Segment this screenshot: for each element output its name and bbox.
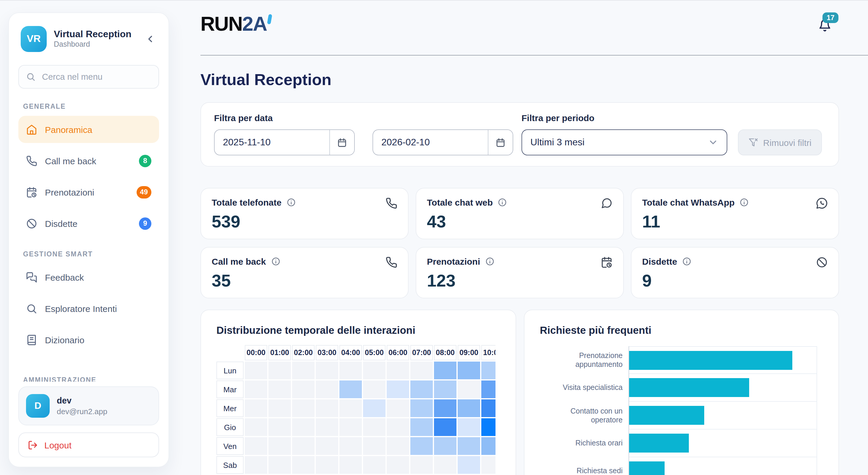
app-avatar: VR [21, 26, 47, 52]
heatmap-day-label: Lun [216, 362, 244, 379]
heatmap-cell [245, 362, 267, 379]
notifications-button[interactable]: 17 [818, 18, 831, 33]
logout-button[interactable]: Logout [18, 433, 159, 457]
heatmap-cell [363, 362, 385, 379]
heatmap-cell [363, 437, 385, 455]
sidebar-search[interactable] [18, 65, 159, 89]
heatmap-cell [316, 437, 338, 455]
remove-filters-button[interactable]: Rimuovi filtri [738, 129, 822, 156]
calendar-icon [337, 137, 347, 147]
sidebar-item-disdette[interactable]: Disdette 9 [18, 210, 159, 237]
whatsapp-icon [816, 197, 828, 209]
charts-row: Distribuzione temporale delle interazion… [200, 310, 839, 475]
date-from-calendar-button[interactable] [329, 130, 354, 155]
user-email: dev@run2.app [57, 407, 107, 416]
heatmap-cell [339, 418, 362, 436]
run2a-logo: RUN2A [200, 13, 271, 34]
sidebar-item-esploratore-intenti[interactable]: Esploratore Intenti [18, 295, 159, 322]
date-from-value[interactable]: 2025-11-10 [215, 137, 329, 148]
logo-text-a: A [253, 13, 267, 34]
phone-icon [26, 155, 37, 166]
heatmap-cell [481, 399, 495, 417]
heatmap-cell [292, 362, 315, 379]
section-label-amministrazione-clipped: AMMINISTRAZIONE [18, 376, 159, 382]
heatmap-cell [481, 456, 495, 474]
info-icon[interactable] [271, 257, 280, 266]
sidebar-item-label: Esploratore Intenti [45, 303, 117, 313]
stat-title: Totale telefonate [212, 197, 281, 207]
search-input[interactable] [41, 71, 151, 82]
stats-grid: Totale telefonate 539 Totale chat web [200, 188, 839, 298]
info-icon[interactable] [486, 257, 494, 266]
sidebar-item-feedback[interactable]: Feedback [18, 264, 159, 291]
filter-card: Filtra per data 2025-11-10 2026-02-10 [200, 102, 839, 167]
date-to-field[interactable]: 2026-02-10 [373, 129, 513, 156]
bar [629, 406, 704, 425]
heatmap-cell [410, 418, 433, 436]
user-name: dev [57, 396, 107, 405]
notification-count-badge: 17 [823, 12, 839, 23]
sidebar-header: VR Virtual Reception Dashboard [18, 26, 159, 52]
heatmap-chart: 00:0001:0002:0003:0004:0005:0006:0007:00… [216, 345, 495, 475]
phone-icon [385, 257, 397, 268]
heatmap-cell [292, 456, 315, 474]
sidebar-item-dizionario[interactable]: Dizionario [18, 326, 159, 353]
logout-icon [28, 440, 38, 450]
sidebar-item-call-me-back[interactable]: Call me back 8 [18, 147, 159, 174]
filter-date-label: Filtra per data [214, 113, 513, 123]
page-content: Virtual Reception Filtra per data 2025-1… [200, 71, 839, 475]
heatmap-cell [387, 456, 409, 474]
date-to-calendar-button[interactable] [488, 130, 513, 155]
period-select[interactable]: Ultimi 3 mesi [522, 129, 727, 156]
date-from-field[interactable]: 2025-11-10 [214, 129, 355, 156]
heatmap-cell [387, 380, 409, 398]
header-divider [200, 55, 868, 56]
search-icon [26, 72, 35, 81]
stat-value: 9 [642, 271, 828, 291]
heatmap-cell [269, 362, 291, 379]
heatmap-cell [458, 456, 480, 474]
heatmap-cell [387, 418, 409, 436]
sidebar-item-panoramica[interactable]: Panoramica [18, 116, 159, 143]
heatmap-cell [269, 380, 291, 398]
date-to-value[interactable]: 2026-02-10 [373, 137, 488, 148]
sidebar-item-prenotazioni[interactable]: Prenotazioni 49 [18, 178, 159, 206]
heatmap-cell [245, 380, 267, 398]
heatmap-cell [339, 399, 362, 417]
heatmap-cell [458, 437, 480, 455]
stat-card-totale-chat-web: Totale chat web 43 [416, 188, 624, 239]
stat-value: 539 [212, 212, 397, 232]
heatmap-cell [339, 362, 362, 379]
bar-row [629, 457, 816, 475]
heatmap-day-label: Gio [216, 418, 244, 436]
info-icon[interactable] [682, 257, 691, 266]
heatmap-cell [316, 399, 338, 417]
stat-card-totale-chat-whatsapp: Totale chat WhatsApp 11 [631, 188, 839, 239]
info-icon[interactable] [498, 198, 507, 207]
bar [629, 434, 689, 452]
heatmap-cell [458, 418, 480, 436]
prenotazioni-badge: 49 [136, 186, 151, 198]
logo-accent-mark [267, 14, 272, 25]
bar-row [629, 374, 816, 402]
filter-period-label: Filtra per periodo [522, 113, 826, 123]
heatmap-corner [216, 345, 244, 361]
heatmap-cell [363, 418, 385, 436]
barchart-title: Richieste più frequenti [540, 324, 823, 337]
heatmap-cell [339, 437, 362, 455]
heatmap-cell [481, 362, 495, 379]
chevron-down-icon [708, 137, 718, 148]
user-avatar: D [26, 394, 50, 418]
info-icon[interactable] [740, 198, 749, 207]
logo-text-run: RUN [200, 13, 242, 34]
heatmap-hour-label: 03:00 [316, 345, 338, 361]
heatmap-cell [410, 456, 433, 474]
info-icon[interactable] [287, 198, 296, 207]
stat-title: Totale chat web [427, 197, 493, 207]
bar-category-label: Prenotazione appuntamento [540, 346, 628, 374]
sidebar-collapse-button[interactable] [144, 33, 157, 45]
user-card[interactable]: D dev dev@run2.app [18, 386, 159, 426]
topbar: RUN2A 17 [184, 1, 868, 56]
section-label-generale: GENERALE [23, 103, 154, 110]
heatmap-cell [245, 437, 267, 455]
